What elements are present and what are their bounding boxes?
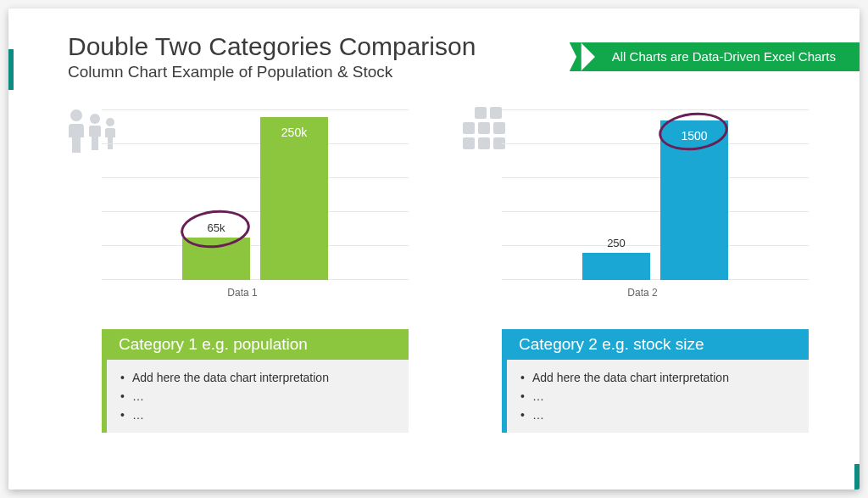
bar: 250: [582, 253, 650, 280]
list-item: …: [519, 406, 797, 424]
svg-rect-8: [463, 137, 475, 149]
bar-label: 250: [582, 237, 650, 249]
list-item: Add here the data chart interpretation: [519, 368, 797, 387]
column-stock: 2501500 Data 2 Category 2 e.g. stock siz…: [468, 110, 817, 433]
bars: 2501500: [502, 110, 809, 280]
list-item: …: [119, 387, 397, 406]
bullet-list: Add here the data chart interpretation……: [119, 368, 397, 424]
left-accent: [8, 49, 14, 90]
x-axis-label: Data 1: [68, 287, 417, 299]
data-driven-badge: All Charts are Data-Driven Excel Charts: [581, 42, 860, 71]
category-body: Add here the data chart interpretation……: [502, 360, 809, 433]
bar-label: 250k: [260, 126, 328, 139]
columns: 65k250k Data 1 Category 1 e.g. populatio…: [68, 110, 817, 433]
x-axis-label: Data 2: [468, 287, 817, 299]
chart-stock: 2501500: [502, 110, 809, 280]
right-accent: [854, 464, 860, 490]
category-title: Category 1 e.g. population: [119, 335, 308, 353]
category-block: Category 1 e.g. population Add here the …: [102, 329, 409, 433]
svg-rect-3: [475, 107, 487, 119]
header: Double Two Categories Comparison Column …: [68, 32, 476, 81]
page-subtitle: Column Chart Example of Population & Sto…: [68, 63, 476, 81]
svg-point-0: [70, 109, 82, 121]
list-item: …: [119, 406, 397, 424]
category-body: Add here the data chart interpretation……: [102, 360, 409, 433]
slide: Double Two Categories Comparison Column …: [8, 8, 860, 490]
bullet-list: Add here the data chart interpretation……: [519, 368, 797, 424]
list-item: Add here the data chart interpretation: [119, 368, 397, 387]
bar-label: 1500: [660, 129, 728, 143]
bars: 65k250k: [102, 110, 409, 280]
page-title: Double Two Categories Comparison: [68, 32, 476, 61]
bar: 250k: [260, 117, 328, 280]
svg-rect-9: [478, 137, 490, 149]
column-population: 65k250k Data 1 Category 1 e.g. populatio…: [68, 110, 417, 433]
svg-rect-6: [478, 122, 490, 134]
category-header: Category 2 e.g. stock size: [502, 329, 809, 360]
category-header: Category 1 e.g. population: [102, 329, 409, 360]
svg-rect-4: [490, 107, 502, 119]
bar: 1500: [660, 120, 728, 280]
bar-label: 65k: [182, 221, 250, 234]
bar: 65k: [182, 238, 250, 280]
category-title: Category 2 e.g. stock size: [519, 335, 704, 353]
svg-point-1: [90, 114, 100, 124]
category-block: Category 2 e.g. stock size Add here the …: [502, 329, 809, 433]
badge-text: All Charts are Data-Driven Excel Charts: [612, 49, 836, 64]
chart-population: 65k250k: [102, 110, 409, 280]
svg-rect-5: [463, 122, 475, 134]
list-item: …: [519, 387, 797, 406]
